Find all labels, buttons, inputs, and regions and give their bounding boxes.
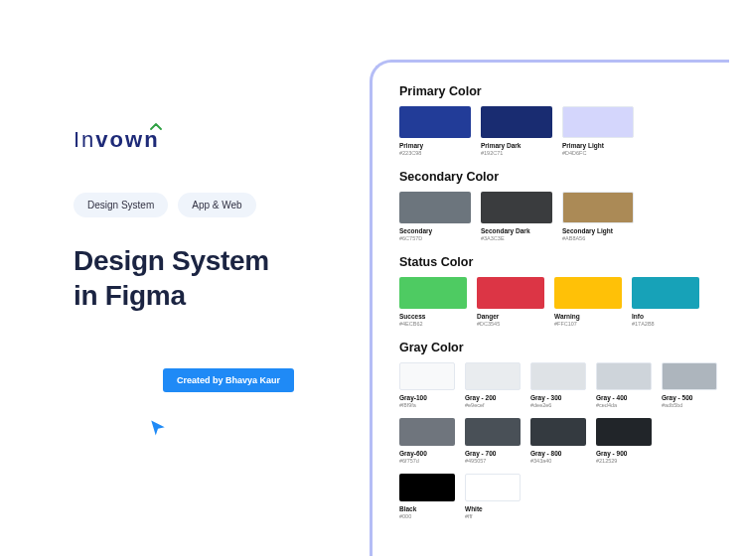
swatch-secondary-dark[interactable]: Secondary Dark #3A3C3E — [481, 192, 552, 241]
swatch-gray-500[interactable]: Gray - 500 #adb5bd — [662, 362, 717, 408]
headline-line-1: Design System — [74, 243, 352, 278]
swatch-gray-800[interactable]: Gray - 800 #343a40 — [530, 418, 586, 464]
swatch-white[interactable]: White #fff — [465, 474, 521, 519]
design-system-panel: Primary Color Primary #223C98 Primary Da… — [370, 60, 729, 556]
page-title: Design System in Figma — [74, 243, 352, 313]
swatch-gray-900[interactable]: Gray - 900 #212529 — [596, 418, 652, 464]
pill-design-system[interactable]: Design System — [74, 193, 168, 217]
section-title-secondary: Secondary Color — [399, 170, 729, 184]
section-status: Status Color Success #4ECB62 Danger #DC3… — [399, 255, 729, 327]
section-title-gray: Gray Color — [399, 341, 729, 354]
swatch-success[interactable]: Success #4ECB62 — [399, 277, 467, 327]
swatch-primary-dark[interactable]: Primary Dark #192C71 — [481, 106, 552, 156]
section-title-status: Status Color — [399, 255, 729, 269]
credit-badge[interactable]: Created by Bhavya Kaur — [163, 368, 294, 392]
swatch-info[interactable]: Info #17A2B8 — [632, 277, 699, 327]
swatch-gray-400[interactable]: Gray - 400 #ced4da — [596, 362, 652, 408]
swatch-secondary[interactable]: Secondary #6C757D — [399, 192, 471, 241]
section-gray: Gray Color Gray-100 #f8f9fa Gray - 200 #… — [399, 341, 729, 519]
swatch-primary-light[interactable]: Primary Light #D4D6FC — [562, 106, 634, 156]
swatch-warning[interactable]: Warning #FFC107 — [554, 277, 622, 327]
swatch-gray-100[interactable]: Gray-100 #f8f9fa — [399, 362, 455, 408]
swatch-gray-300[interactable]: Gray - 300 #dee2e6 — [530, 362, 586, 408]
pill-app-web[interactable]: App & Web — [178, 193, 255, 217]
swatch-gray-600[interactable]: Gray-600 #6f757d — [399, 418, 455, 464]
cursor-icon — [149, 419, 167, 441]
section-primary: Primary Color Primary #223C98 Primary Da… — [399, 84, 729, 156]
logo-text-part1: In — [74, 127, 95, 152]
roof-icon — [150, 121, 162, 132]
brand-logo: Invown — [74, 127, 160, 153]
section-secondary: Secondary Color Secondary #6C757D Second… — [399, 170, 729, 241]
swatch-gray-700[interactable]: Gray - 700 #495057 — [465, 418, 521, 464]
section-title-primary: Primary Color — [399, 84, 729, 98]
tag-pills: Design System App & Web — [74, 193, 352, 217]
swatch-black[interactable]: Black #000 — [399, 474, 455, 519]
swatch-secondary-light[interactable]: Secondary Light #AB8A56 — [562, 192, 634, 241]
headline-line-2: in Figma — [74, 278, 352, 313]
swatch-danger[interactable]: Danger #DC3545 — [477, 277, 544, 327]
swatch-gray-200[interactable]: Gray - 200 #e9ecef — [465, 362, 521, 408]
swatch-primary[interactable]: Primary #223C98 — [399, 106, 471, 156]
